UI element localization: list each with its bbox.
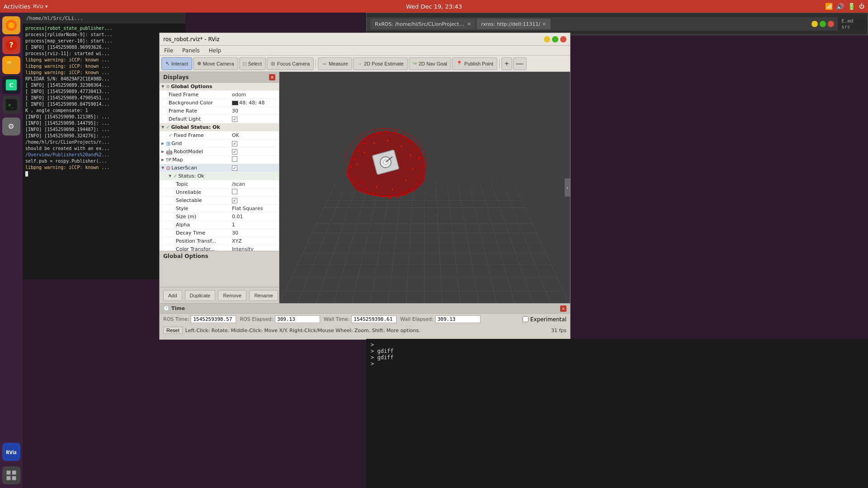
laserscan-selectable-row[interactable]: Selectable (160, 197, 279, 205)
grid-icon: ⊞ (166, 141, 170, 147)
topbar-datetime: Wed Dec 19, 23:43 (406, 3, 462, 10)
laserscan-color-transform-row[interactable]: Color Transfor... Intensity (160, 245, 279, 251)
laserscan-decay-row[interactable]: Decay Time 30 (160, 229, 279, 237)
map-display-row[interactable]: ▶ 🗺 Map (160, 156, 279, 164)
toolbar-publish-point-btn[interactable]: 📍 Publish Point (452, 57, 497, 70)
svg-point-18 (347, 174, 349, 176)
rviz-maximize-btn[interactable] (552, 36, 558, 42)
global-status-row[interactable]: ▼ ✓ Global Status: Ok (160, 123, 279, 131)
grid-expand: ▶ (161, 141, 164, 145)
laserscan-alpha-row[interactable]: Alpha 1 (160, 221, 279, 229)
grid-check[interactable] (232, 141, 237, 146)
toolbar-pose-estimate-btn[interactable]: → 2D Pose Estimate (353, 57, 408, 70)
laserscan-display-row[interactable]: ▼ ⊙ LaserScan (160, 164, 279, 172)
terminal-line-1: > (371, 342, 863, 348)
wall-elapsed-label: Wall Elapsed: (400, 316, 433, 322)
toolbar-interact-btn[interactable]: ↖ Interact (161, 57, 192, 70)
toolbar-add-display-btn[interactable]: + (501, 57, 512, 70)
robotmodel-check[interactable] (232, 149, 237, 155)
network-icon: 📶 (825, 3, 833, 10)
activities-button[interactable]: Activities (4, 3, 30, 10)
rxros-tab-2-label: rxros: http://dell:11311/ (481, 21, 540, 27)
laserscan-selectable-value (232, 197, 277, 203)
menu-help[interactable]: Help (206, 47, 224, 55)
global-status-expand: ▼ (161, 125, 164, 129)
unreliable-check[interactable] (232, 189, 237, 194)
laserscan-pos-transform-row[interactable]: Position Transf... XYZ (160, 237, 279, 245)
svg-text:?: ? (9, 41, 13, 49)
displays-close-btn[interactable]: × (269, 74, 275, 80)
selectable-check[interactable] (232, 198, 237, 203)
toolbar-measure-btn[interactable]: ↔ Measure (318, 57, 352, 70)
power-icon[interactable]: ⏻ (859, 3, 864, 9)
svg-point-45 (406, 180, 407, 181)
fixed-frame-label: Fixed Frame (169, 92, 198, 98)
time-panel-close-btn[interactable]: × (560, 305, 566, 312)
robotmodel-display-row[interactable]: ▶ 🤖 RobotModel (160, 148, 279, 156)
app-indicator: RViz ▾ (33, 4, 47, 9)
default-light-row[interactable]: Default Light (160, 115, 279, 123)
laserscan-check[interactable] (232, 165, 237, 171)
ros-elapsed-value: 309.13 (275, 315, 320, 323)
duplicate-display-btn[interactable]: Duplicate (185, 290, 216, 301)
toolbar-separator-1 (316, 59, 316, 68)
laserscan-size-row[interactable]: Size (m) 0.01 (160, 213, 279, 221)
svg-point-30 (418, 157, 420, 160)
toolbar-move-camera-btn[interactable]: ⊕ Move Camera (193, 57, 238, 70)
frame-rate-row[interactable]: Frame Rate 30 (160, 107, 279, 115)
dock-clion[interactable]: C (2, 76, 20, 94)
dock-firefox[interactable] (2, 16, 20, 34)
dock-help[interactable]: ? (2, 36, 20, 54)
fixed-frame-row[interactable]: Fixed Frame odom (160, 91, 279, 99)
dock-rviz[interactable]: RViz (2, 443, 20, 461)
global-options-row[interactable]: ▼ ⚙ Global Options (160, 83, 279, 91)
menu-file[interactable]: File (161, 47, 176, 55)
dock-grid[interactable] (2, 466, 20, 484)
dock-terminal[interactable]: >_ (2, 96, 20, 114)
interact-label: Interact (171, 61, 188, 66)
fps-display: 31 fps (551, 328, 566, 333)
laserscan-style-row[interactable]: Style Flat Squares (160, 205, 279, 213)
viewport-right-handle[interactable]: ‹ (565, 178, 570, 197)
rxros-close-btn[interactable] (828, 21, 834, 27)
rviz-main-content: Displays × ▼ ⚙ Global Options Fixed Fram… (160, 72, 570, 303)
laserscan-alpha-value: 1 (232, 222, 277, 228)
laserscan-style-label: Style (176, 206, 189, 211)
3d-viewport[interactable]: ‹ (279, 72, 570, 303)
rviz-minimize-btn[interactable] (544, 36, 550, 42)
bottom-terminal[interactable]: > > gdiff > gdiff > (366, 339, 868, 488)
svg-point-29 (414, 149, 416, 150)
background-color-row[interactable]: Background Color 48; 48; 48 (160, 99, 279, 107)
laserscan-topic-row[interactable]: Topic /scan (160, 180, 279, 188)
rxros-minimize-btn[interactable] (811, 21, 818, 27)
add-display-btn[interactable]: Add (163, 290, 182, 301)
svg-point-46 (412, 169, 414, 170)
dock-files[interactable] (2, 56, 20, 74)
rename-display-btn[interactable]: Rename (249, 290, 278, 301)
experimental-checkbox[interactable] (523, 316, 528, 322)
dock-settings[interactable]: ⚙ (2, 117, 20, 136)
time-header-left: 🕐 Time (163, 305, 185, 311)
rxros-maximize-btn[interactable] (820, 21, 826, 27)
pose-estimate-icon: → (357, 61, 362, 66)
remove-display-btn[interactable]: Remove (218, 290, 246, 301)
rxros-tab-1-close[interactable]: ✕ (467, 21, 471, 27)
move-camera-label: Move Camera (203, 61, 234, 66)
toolbar-focus-camera-btn[interactable]: ◎ Focus Camera (267, 57, 314, 70)
toolbar-minus-btn[interactable]: — (513, 57, 527, 70)
rxros-tab-2-close[interactable]: ✕ (542, 21, 546, 27)
laserscan-unreliable-row[interactable]: Unreliable (160, 188, 279, 197)
rxros-tab-1[interactable]: RxROS: /home/hl/Src/CLionProjects/RxROS … (370, 19, 476, 29)
svg-point-41 (360, 181, 362, 183)
wall-time-value: 1545259398.61 (351, 315, 396, 323)
rxros-tab-2[interactable]: rxros: http://dell:11311/ ✕ (476, 19, 551, 29)
map-check[interactable] (232, 156, 237, 162)
toolbar-select-btn[interactable]: □ Select (239, 57, 266, 70)
grid-display-row[interactable]: ▶ ⊞ Grid (160, 140, 279, 148)
menu-panels[interactable]: Panels (179, 47, 203, 55)
displays-tree[interactable]: ▼ ⚙ Global Options Fixed Frame odom Back… (160, 83, 279, 251)
toolbar-nav-goal-btn[interactable]: ⇒ 2D Nav Goal (409, 57, 451, 70)
svg-rect-13 (7, 471, 11, 475)
rviz-close-btn[interactable] (560, 36, 566, 42)
reset-button[interactable]: Reset (163, 327, 183, 334)
